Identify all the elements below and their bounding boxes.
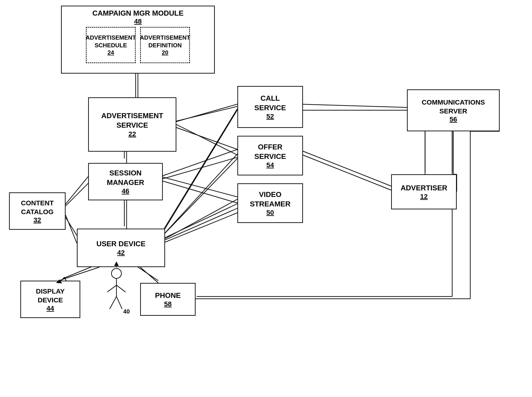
- svg-line-46: [165, 213, 237, 242]
- display-device-number: 44: [47, 304, 54, 312]
- ad-definition-number: 20: [162, 49, 169, 56]
- video-streamer-number: 50: [266, 209, 274, 216]
- ad-service-label: ADVERTISEMENTSERVICE: [101, 111, 163, 130]
- ad-schedule-number: 24: [108, 49, 114, 56]
- svg-line-25: [110, 297, 116, 309]
- svg-line-40: [140, 267, 158, 283]
- svg-line-12: [163, 199, 237, 240]
- ad-definition-label: ADVERTISEMENTDEFINITION: [140, 34, 190, 49]
- ad-service-number: 22: [128, 130, 136, 138]
- svg-line-24: [116, 285, 126, 292]
- user-device-label: USER DEVICE: [97, 239, 146, 249]
- advertiser-box: ADVERTISER 12: [391, 174, 457, 209]
- svg-line-45: [165, 208, 237, 240]
- communications-server-number: 56: [449, 115, 457, 123]
- session-manager-number: 46: [122, 187, 129, 195]
- content-catalog-number: 32: [33, 216, 41, 224]
- ad-definition-box: ADVERTISEMENTDEFINITION 20: [140, 27, 190, 63]
- svg-line-1: [174, 104, 237, 122]
- svg-line-30: [176, 106, 237, 121]
- content-catalog-label: CONTENTCATALOG: [21, 198, 54, 216]
- session-manager-label: SESSIONMANAGER: [107, 168, 144, 187]
- display-device-label: DISPLAYDEVICE: [36, 287, 65, 304]
- svg-line-36: [66, 183, 88, 206]
- svg-line-38: [59, 267, 99, 281]
- svg-text:40: 40: [123, 308, 130, 315]
- call-service-label: CALLSERVICE: [254, 94, 286, 112]
- user-device-number: 42: [117, 249, 125, 256]
- offer-service-label: OFFERSERVICE: [254, 142, 286, 161]
- phone-number: 58: [164, 300, 172, 308]
- video-streamer-label: VIDEOSTREAMER: [250, 190, 290, 209]
- video-streamer-box: VIDEOSTREAMER 50: [237, 183, 303, 223]
- svg-line-6: [63, 177, 88, 208]
- svg-line-23: [107, 285, 116, 292]
- advertiser-number: 12: [420, 193, 428, 200]
- ad-service-box: ADVERTISEMENTSERVICE 22: [88, 97, 176, 152]
- svg-line-15: [298, 104, 409, 107]
- communications-server-box: COMMUNICATIONSSERVER 56: [407, 89, 500, 131]
- campaign-mgr-number: 48: [62, 18, 214, 25]
- svg-line-37: [66, 215, 77, 243]
- campaign-mgr-label: CAMPAIGN MGR MODULE: [62, 9, 214, 18]
- svg-line-2: [174, 127, 237, 149]
- content-catalog-box: CONTENTCATALOG 32: [9, 192, 66, 230]
- svg-line-34: [163, 157, 237, 179]
- offer-service-number: 54: [266, 161, 274, 169]
- svg-line-3: [161, 177, 237, 197]
- user-device-box: USER DEVICE 42: [77, 229, 165, 267]
- session-manager-box: SESSIONMANAGER 46: [88, 163, 163, 200]
- communications-server-label: COMMUNICATIONSSERVER: [422, 98, 485, 115]
- advertiser-label: ADVERTISER: [401, 183, 447, 193]
- svg-line-26: [116, 297, 122, 309]
- ad-schedule-box: ADVERTISEMENTSCHEDULE 24: [86, 27, 136, 63]
- svg-line-13: [163, 154, 237, 236]
- svg-line-20: [161, 149, 237, 177]
- campaign-mgr-box: CAMPAIGN MGR MODULE 48 ADVERTISEMENTSCHE…: [61, 6, 215, 74]
- offer-service-box: OFFERSERVICE 54: [237, 136, 303, 175]
- display-device-box: DISPLAYDEVICE 44: [20, 281, 80, 318]
- svg-line-54: [303, 155, 391, 190]
- call-service-box: CALLSERVICE 52: [237, 86, 303, 128]
- svg-line-42: [165, 158, 237, 233]
- svg-line-33: [163, 181, 237, 203]
- svg-line-16: [298, 149, 396, 188]
- call-service-number: 52: [266, 112, 274, 120]
- diagram: CAMPAIGN MGR MODULE 48 ADVERTISEMENTSCHE…: [0, 0, 532, 397]
- phone-label: PHONE: [155, 291, 181, 300]
- phone-box: PHONE 58: [140, 283, 196, 316]
- person-figure: 40: [103, 267, 130, 317]
- svg-line-31: [176, 124, 237, 155]
- svg-point-21: [111, 268, 121, 278]
- svg-line-41: [165, 204, 237, 238]
- ad-schedule-label: ADVERTISEMENTSCHEDULE: [86, 34, 136, 49]
